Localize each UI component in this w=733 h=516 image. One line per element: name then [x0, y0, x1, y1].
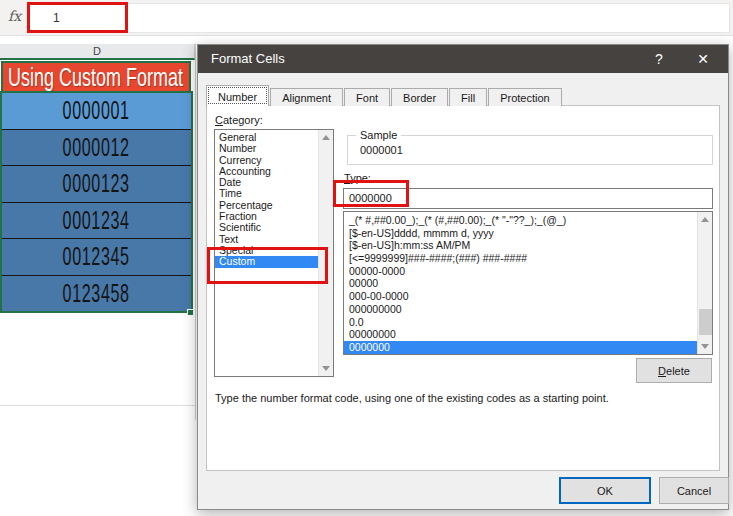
format-code-item[interactable]: [$-en-US]h:mm:ss AM/PM [344, 239, 712, 252]
header-cell[interactable]: Using Custom Format [1, 61, 191, 92]
cell-4[interactable]: 0001234 [2, 203, 191, 240]
scroll-down-icon[interactable] [319, 361, 333, 376]
type-input[interactable]: 0000000 [343, 188, 713, 209]
scrollbar-thumb[interactable] [699, 309, 712, 335]
cell-5-value: 0012345 [63, 241, 130, 272]
cell-2-value: 0000012 [63, 132, 130, 163]
category-number[interactable]: Number [215, 143, 333, 154]
tab-font[interactable]: Font [344, 88, 390, 106]
sample-groupbox: Sample 0000001 [347, 135, 713, 165]
cell-1[interactable]: 0000001 [2, 93, 191, 130]
tab-protection[interactable]: Protection [488, 88, 562, 106]
cell-2[interactable]: 0000012 [2, 130, 191, 167]
close-icon[interactable]: ✕ [686, 45, 720, 73]
category-scientific[interactable]: Scientific [215, 222, 333, 233]
format-code-item[interactable]: 000-00-0000 [344, 290, 712, 303]
cell-6[interactable]: 0123458 [2, 276, 191, 312]
column-header-d[interactable]: D [0, 44, 195, 60]
dialog-titlebar[interactable]: Format Cells ? ✕ [198, 45, 728, 73]
tab-fill[interactable]: Fill [449, 88, 487, 106]
category-label: Category: [215, 114, 263, 126]
sample-value: 0000001 [360, 144, 403, 156]
instruction-text: Type the number format code, using one o… [215, 391, 705, 405]
insert-function-icon[interactable]: fx [8, 8, 21, 24]
format-code-item[interactable]: 000000000 [344, 303, 712, 316]
format-code-item[interactable]: [<=9999999]###-####;(###) ###-#### [344, 252, 712, 265]
cancel-button[interactable]: Cancel [659, 477, 729, 504]
cell-3[interactable]: 0000123 [2, 166, 191, 203]
gridline-horizontal [0, 405, 195, 406]
tab-alignment[interactable]: Alignment [270, 88, 343, 106]
type-label: Type: [344, 172, 371, 184]
sample-label: Sample [356, 129, 401, 141]
dialog-title: Format Cells [211, 45, 285, 73]
format-code-item[interactable]: 00000-0000 [344, 265, 712, 278]
format-cells-dialog: Format Cells ? ✕ Number Alignment Font B… [197, 44, 729, 510]
category-list: General Number Currency Accounting Date … [214, 129, 334, 377]
scroll-down-icon[interactable] [698, 339, 712, 354]
tab-number[interactable]: Number [206, 85, 269, 106]
category-scrollbar[interactable] [318, 130, 333, 376]
tab-border[interactable]: Border [391, 88, 448, 106]
format-code-item[interactable]: 0.0 [344, 316, 712, 329]
number-tab-page: Category: General Number Currency Accoun… [206, 105, 720, 471]
formula-input[interactable]: 1 [29, 3, 730, 33]
header-cell-text: Using Custom Format [8, 63, 183, 92]
format-list-scrollbar[interactable] [697, 212, 712, 354]
gridline-vertical [195, 44, 196, 420]
ok-button[interactable]: OK [559, 477, 651, 504]
format-code-item-selected[interactable]: 0000000 [344, 341, 712, 354]
format-code-list: _(* #,##0.00_);_(* (#,##0.00);_(* "-"??_… [343, 211, 713, 355]
selected-range: 0000001 0000012 0000123 0001234 0012345 … [0, 91, 193, 313]
delete-button-label: Delete [658, 365, 690, 377]
dialog-tabs: Number Alignment Font Border Fill Protec… [206, 85, 563, 106]
cell-1-value: 0000001 [63, 95, 130, 126]
fill-handle[interactable] [187, 309, 194, 316]
cell-5[interactable]: 0012345 [2, 239, 191, 276]
scroll-up-icon[interactable] [319, 130, 333, 145]
cell-6-value: 0123458 [63, 278, 130, 309]
format-code-item[interactable]: [$-en-US]dddd, mmmm d, yyyy [344, 227, 712, 240]
cell-4-value: 0001234 [63, 205, 130, 236]
screenshot-root: fx 1 D Using Custom Format 0000001 00000… [0, 0, 733, 516]
cell-3-value: 0000123 [63, 168, 130, 199]
scroll-up-icon[interactable] [698, 212, 712, 227]
format-code-item[interactable]: 00000 [344, 277, 712, 290]
help-icon[interactable]: ? [642, 45, 676, 73]
category-custom[interactable]: Custom [215, 256, 333, 267]
formula-bar: fx 1 [0, 0, 733, 36]
format-code-item[interactable]: _(* #,##0.00_);_(* (#,##0.00);_(* "-"??_… [344, 214, 712, 227]
format-code-item[interactable]: 00000000 [344, 328, 712, 341]
delete-button[interactable]: Delete [636, 358, 712, 383]
